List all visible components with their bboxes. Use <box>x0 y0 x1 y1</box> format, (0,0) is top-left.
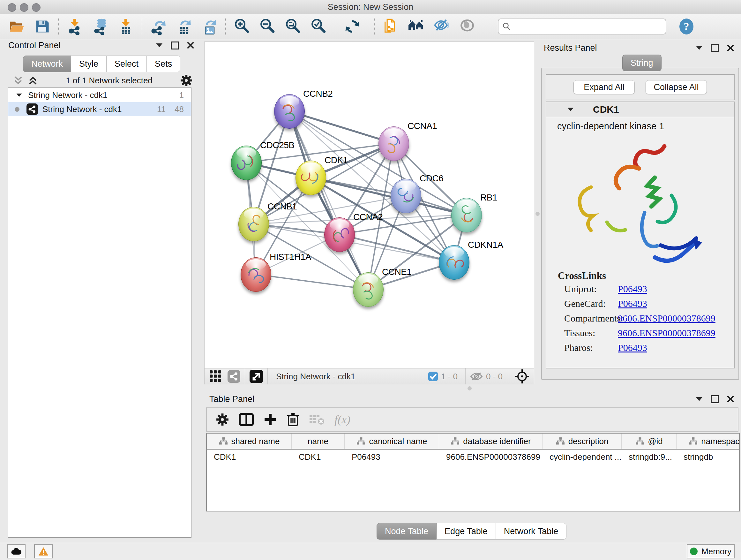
search-input[interactable] <box>511 21 649 32</box>
window-minimize-button[interactable] <box>20 3 28 12</box>
table-options-gear-icon[interactable] <box>216 413 229 426</box>
float-panel-icon[interactable] <box>711 44 719 52</box>
tab-style[interactable]: Style <box>71 56 107 72</box>
collapse-all-button[interactable]: Collapse All <box>646 80 707 94</box>
string-import-icon[interactable] <box>382 18 399 35</box>
export-network-icon[interactable] <box>150 18 166 35</box>
network-row[interactable]: String Network - cdk1 11 48 <box>8 102 191 116</box>
show-columns-icon[interactable] <box>239 413 254 426</box>
show-hide-graphics-icon[interactable] <box>433 18 450 35</box>
window-close-button[interactable] <box>8 3 16 12</box>
collapse-icon[interactable] <box>17 94 22 97</box>
zoom-out-icon[interactable] <box>259 18 276 35</box>
import-network-file-icon[interactable] <box>66 18 83 35</box>
node-CCNB1[interactable] <box>239 207 269 241</box>
close-panel-icon[interactable] <box>187 42 194 49</box>
network-collection-row[interactable]: String Network - cdk1 1 <box>8 88 191 102</box>
entry-header[interactable]: CDK1 <box>546 102 734 117</box>
warnings-button[interactable] <box>34 544 53 558</box>
detach-view-icon[interactable] <box>250 370 263 383</box>
node-CCNA2[interactable] <box>324 217 355 252</box>
zoom-in-icon[interactable] <box>233 18 250 35</box>
node-RB1[interactable] <box>451 198 482 233</box>
table-cell[interactable]: 9606.ENSP00000378699 <box>439 449 542 464</box>
open-session-icon[interactable] <box>8 18 25 35</box>
column-header-name[interactable]: name <box>292 434 345 449</box>
import-table-icon[interactable] <box>118 18 134 35</box>
network-options-gear-icon[interactable] <box>180 74 193 87</box>
close-panel-icon[interactable] <box>727 395 734 402</box>
network-tree: String Network - cdk1 1 String Network -… <box>8 87 192 538</box>
node-CCNA1[interactable] <box>379 126 409 161</box>
delete-column-icon[interactable] <box>286 413 299 427</box>
memory-button[interactable]: Memory <box>687 544 735 558</box>
home-icon[interactable] <box>408 18 424 35</box>
import-network-database-icon[interactable] <box>92 18 109 35</box>
network-canvas[interactable]: CCNB2CCNA1CDC25BCDK1CDC6RB1CCNB1CCNA2CDK… <box>205 42 534 368</box>
zoom-selected-icon[interactable] <box>310 18 327 35</box>
table-row[interactable]: CDK1CDK1P064939606.ENSP00000378699cyclin… <box>207 449 739 464</box>
create-column-icon[interactable] <box>264 413 277 426</box>
network-view-share-icon[interactable] <box>227 370 240 383</box>
tab-string[interactable]: String <box>622 55 662 71</box>
node-CCNB2[interactable] <box>274 94 305 129</box>
tab-select[interactable]: Select <box>107 56 147 72</box>
node-CDC25B[interactable] <box>231 145 262 180</box>
crosslink-value-link[interactable]: P06493 <box>618 284 647 294</box>
crosslink-value-link[interactable]: 9606.ENSP00000378699 <box>618 327 716 338</box>
search-box[interactable] <box>498 18 666 35</box>
crosslink-value-link[interactable]: P06493 <box>618 342 647 353</box>
tab-edge-table[interactable]: Edge Table <box>436 523 496 540</box>
float-panel-icon[interactable] <box>711 395 719 403</box>
column-header--id[interactable]: @id <box>622 434 677 449</box>
hidden-eye-icon[interactable] <box>470 372 483 381</box>
node-CDK1[interactable] <box>295 161 326 195</box>
zoom-fit-icon[interactable] <box>285 18 301 35</box>
table-cell[interactable]: cyclin-dependent ... <box>542 449 622 464</box>
column-header-canonical-name[interactable]: canonical name <box>345 434 439 449</box>
entry-collapse-icon[interactable] <box>568 108 574 111</box>
selected-checkbox-icon[interactable] <box>428 372 438 381</box>
node-CDC6[interactable] <box>391 179 421 213</box>
tab-node-table[interactable]: Node Table <box>377 523 436 540</box>
cloud-status-button[interactable] <box>7 544 25 558</box>
column-header-database-identifier[interactable]: database identifier <box>439 434 542 449</box>
table-cell[interactable]: CDK1 <box>292 449 345 464</box>
node-CDKN1A[interactable] <box>439 245 469 280</box>
expand-all-button[interactable]: Expand All <box>574 80 635 94</box>
table-panel-title: Table Panel <box>209 394 254 404</box>
node-CCNE1[interactable] <box>353 272 384 307</box>
save-session-icon[interactable] <box>34 18 51 35</box>
table-cell[interactable]: P06493 <box>345 449 439 464</box>
close-panel-icon[interactable] <box>727 44 734 51</box>
grid-view-icon[interactable] <box>210 370 222 382</box>
column-header-shared-name[interactable]: shared name <box>207 434 292 449</box>
export-image-icon[interactable] <box>201 18 218 35</box>
float-panel-icon[interactable] <box>171 42 179 50</box>
node-HIST1H1A[interactable] <box>241 257 271 292</box>
horizontal-splitter-handle[interactable] <box>468 386 472 390</box>
table-cell[interactable]: CDK1 <box>207 449 292 464</box>
vertical-splitter-handle[interactable] <box>536 212 540 216</box>
window-zoom-button[interactable] <box>32 3 41 12</box>
edge-CCNB2-CCNA1[interactable] <box>289 111 394 143</box>
birds-eye-crosshair-icon[interactable] <box>515 369 529 384</box>
expand-all-icon[interactable] <box>27 76 38 85</box>
crosslink-value-link[interactable]: 9606.ENSP00000378699 <box>618 313 716 324</box>
crosslink-value-link[interactable]: P06493 <box>618 298 647 309</box>
table-cell[interactable]: stringdb:9... <box>622 449 677 464</box>
tab-network[interactable]: Network <box>23 56 71 72</box>
collapse-all-icon[interactable] <box>13 76 23 85</box>
tab-sets[interactable]: Sets <box>147 56 180 72</box>
column-header-description[interactable]: description <box>542 434 622 449</box>
export-table-icon[interactable] <box>176 18 192 35</box>
column-header-namespace[interactable]: namespace <box>677 434 740 449</box>
table-cell[interactable]: stringdb <box>677 449 740 464</box>
panel-menu-icon[interactable] <box>696 46 702 50</box>
tab-network-table[interactable]: Network Table <box>496 523 567 540</box>
panel-menu-icon[interactable] <box>696 397 702 401</box>
edge-CCNB2-CCNE1[interactable] <box>289 111 368 289</box>
panel-menu-icon[interactable] <box>156 44 162 47</box>
refresh-network-icon[interactable] <box>344 18 360 35</box>
help-icon[interactable]: ? <box>679 18 694 35</box>
